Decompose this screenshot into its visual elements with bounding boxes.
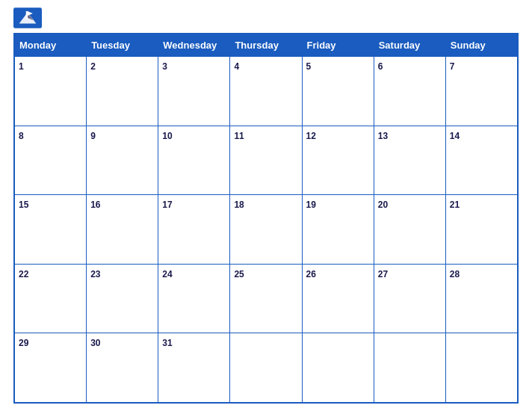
day-number: 17 — [162, 200, 172, 210]
calendar-week-row: 293031 — [15, 333, 518, 403]
day-number: 26 — [306, 269, 316, 279]
calendar-day-cell: 2 — [87, 57, 158, 126]
day-number: 16 — [90, 200, 100, 210]
calendar-page: Monday Tuesday Wednesday Thursday Friday… — [0, 0, 532, 411]
calendar-day-cell: 20 — [374, 195, 445, 265]
calendar-day-cell: 16 — [87, 195, 158, 265]
calendar-day-cell: 29 — [15, 333, 87, 403]
calendar-day-cell: 24 — [158, 264, 230, 333]
day-number: 31 — [162, 338, 172, 348]
calendar-day-cell: 15 — [15, 195, 87, 265]
calendar-day-cell: 25 — [230, 264, 302, 333]
calendar-day-cell: 6 — [374, 57, 445, 126]
day-number: 9 — [90, 131, 96, 141]
calendar-day-cell: 19 — [302, 195, 374, 265]
calendar-day-cell: 31 — [158, 333, 230, 403]
day-number: 12 — [306, 131, 316, 141]
calendar-day-cell: 12 — [302, 126, 374, 195]
svg-rect-3 — [26, 11, 28, 19]
col-monday: Monday — [15, 34, 87, 57]
calendar-week-row: 891011121314 — [15, 126, 518, 195]
col-thursday: Thursday — [230, 34, 302, 57]
calendar-day-cell: 11 — [230, 126, 302, 195]
calendar-day-cell: 1 — [15, 57, 87, 126]
logo — [13, 7, 81, 30]
calendar-day-cell: 28 — [445, 264, 517, 333]
day-number: 22 — [19, 269, 28, 279]
calendar-day-cell: 7 — [445, 57, 517, 126]
day-number: 10 — [162, 131, 172, 141]
calendar-day-cell — [302, 333, 374, 403]
calendar-day-cell — [445, 333, 517, 403]
day-number: 27 — [378, 269, 388, 279]
calendar-wrapper: Monday Tuesday Wednesday Thursday Friday… — [13, 33, 519, 404]
calendar-day-cell: 8 — [15, 126, 87, 195]
calendar-day-cell: 17 — [158, 195, 230, 265]
calendar-day-cell — [230, 333, 302, 403]
calendar-day-cell: 30 — [87, 333, 158, 403]
calendar-day-cell: 21 — [445, 195, 517, 265]
day-number: 20 — [378, 200, 388, 210]
col-saturday: Saturday — [374, 34, 445, 57]
day-number: 3 — [162, 61, 167, 72]
day-number: 15 — [19, 200, 28, 210]
day-number: 30 — [90, 338, 100, 348]
calendar-day-cell: 5 — [302, 57, 374, 126]
calendar-day-cell: 22 — [15, 264, 87, 333]
calendar-week-row: 22232425262728 — [15, 264, 518, 333]
calendar-day-cell — [374, 333, 445, 403]
day-number: 6 — [378, 61, 383, 72]
day-number: 13 — [378, 131, 388, 141]
calendar-day-cell: 10 — [158, 126, 230, 195]
day-number: 2 — [90, 61, 96, 72]
generalblue-logo-icon — [13, 7, 42, 28]
day-number: 19 — [306, 200, 316, 210]
calendar-week-row: 15161718192021 — [15, 195, 518, 265]
calendar-header — [13, 7, 519, 30]
calendar-day-cell: 14 — [445, 126, 517, 195]
calendar-day-cell: 9 — [87, 126, 158, 195]
day-number: 7 — [450, 61, 455, 72]
col-sunday: Sunday — [445, 34, 517, 57]
day-number: 4 — [234, 61, 239, 72]
day-number: 8 — [19, 131, 24, 141]
calendar-table: Monday Tuesday Wednesday Thursday Friday… — [14, 34, 518, 403]
day-number: 18 — [234, 200, 244, 210]
day-number: 1 — [19, 61, 24, 72]
calendar-day-cell: 3 — [158, 57, 230, 126]
calendar-grid: Monday Tuesday Wednesday Thursday Friday… — [13, 33, 519, 404]
day-number: 21 — [450, 200, 460, 210]
day-number: 25 — [234, 269, 244, 279]
calendar-day-cell: 23 — [87, 264, 158, 333]
calendar-day-cell: 26 — [302, 264, 374, 333]
day-number: 24 — [162, 269, 172, 279]
calendar-day-cell: 27 — [374, 264, 445, 333]
calendar-header-row: Monday Tuesday Wednesday Thursday Friday… — [15, 34, 518, 57]
col-tuesday: Tuesday — [87, 34, 158, 57]
calendar-day-cell: 18 — [230, 195, 302, 265]
calendar-week-row: 1234567 — [15, 57, 518, 126]
day-number: 23 — [90, 269, 100, 279]
day-number: 11 — [234, 131, 244, 141]
day-number: 29 — [19, 338, 28, 348]
day-number: 14 — [450, 131, 460, 141]
col-friday: Friday — [302, 34, 374, 57]
col-wednesday: Wednesday — [158, 34, 230, 57]
day-number: 5 — [306, 61, 312, 72]
calendar-day-cell: 4 — [230, 57, 302, 126]
day-number: 28 — [450, 269, 460, 279]
calendar-day-cell: 13 — [374, 126, 445, 195]
